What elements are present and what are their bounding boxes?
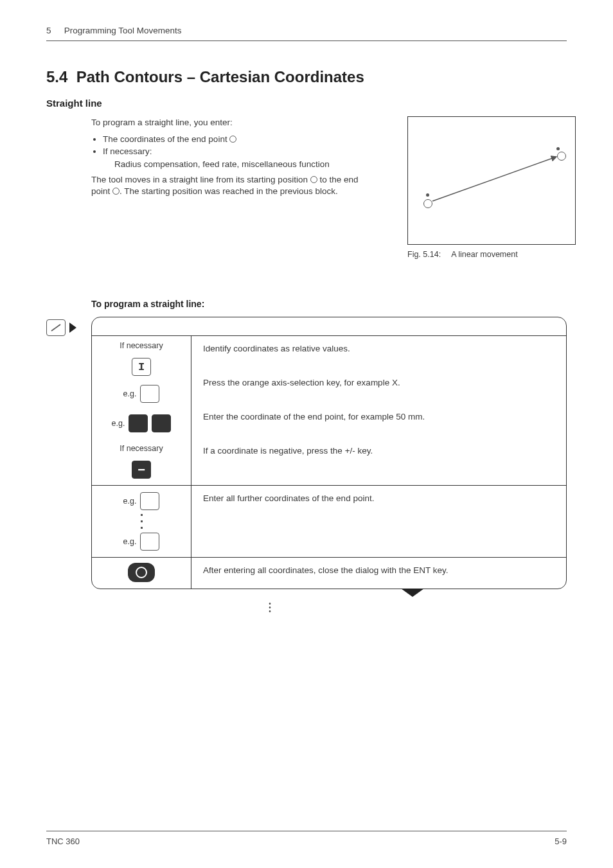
key-I: I [132,358,151,376]
section-title-text: Path Contours – Cartesian Coordinates [76,68,364,85]
figure-linear-movement [407,116,576,245]
numeric-key-a [129,414,148,432]
svg-line-2 [51,324,60,331]
step5-desc: Enter all further coordinates of the end… [191,486,566,557]
step6-desc: After entering all coordinates, close th… [191,558,566,589]
step4-label: If necessary [120,444,163,453]
step5-label-a: e.g. [123,497,137,506]
step4-desc: If a coordinate is negative, press the +… [203,446,373,456]
further-key-a [140,492,159,510]
start-circle-icon [423,199,432,208]
continue-indicator: ••• [258,589,567,614]
step1-label: If necessary [120,341,163,350]
further-key-b [140,533,159,551]
step2-desc: Press the orange axis-selection key, for… [203,378,400,387]
step-header-blank [92,317,566,335]
figure-line-svg [408,117,576,245]
ent-key-icon [128,563,155,582]
endpoint-symbol-icon [229,136,236,143]
program-heading: To program a straight line: [46,299,567,309]
steps-box: If necessary I e.g. e.g. [91,317,567,589]
header-rule [46,40,567,41]
step6-keycol [92,558,191,589]
end-circle-icon [557,152,566,161]
numeric-key-b [152,414,171,432]
step2-label: e.g. [123,389,137,398]
subheading-straight-line: Straight line [46,98,567,109]
down-triangle-icon [401,589,424,597]
figure-caption-text: A linear movement [451,250,518,259]
page-footer: TNC 360 5-9 [46,831,567,846]
step5-label-b: e.g. [123,537,137,546]
step3-desc: Enter the coordinate of the end point, f… [203,412,425,421]
bullet-endpoint: The coordinates of the end point [103,133,393,146]
footer-rule [46,831,567,831]
figure-caption-label: Fig. 5.14: [407,250,441,259]
section-number: 5.4 [46,68,67,85]
axis-key-blank [140,385,159,403]
section-heading: 5.4 Path Contours – Cartesian Coordinate… [46,68,567,86]
lead-keys [46,317,86,336]
vertical-dots-a [141,514,143,529]
intro-text: To program a straight line, you enter: T… [46,116,393,200]
running-head: 5 Programming Tool Movements [46,26,567,35]
plus-minus-key: − [132,461,151,479]
end-dot-icon [556,147,560,150]
figure-wrap: Fig. 5.14: A linear movement [407,116,576,259]
steps1-4-descs: Identify coordinates as relative values.… [191,336,566,485]
bullet-ifnecessary: If necessary: Radius compensation, feed … [103,145,393,170]
step-row-1: If necessary I e.g. e.g. [92,335,566,485]
intro-block: To program a straight line, you enter: T… [46,116,567,259]
line-key-icon [46,319,66,336]
step1-desc: Identify coordinates as relative values. [203,344,350,353]
intro-lead: To program a straight line, you enter: [91,116,393,129]
movement-note: The tool moves in a straight line from i… [91,174,393,197]
footer-right: 5-9 [555,837,567,846]
step5-keycol: e.g. e.g. [92,486,191,557]
play-triangle-icon [69,323,76,333]
svg-line-1 [432,157,556,201]
step1-keycol: If necessary I e.g. e.g. [92,336,191,485]
footer-left: TNC 360 [46,837,80,846]
chapter-title: Programming Tool Movements [64,26,182,35]
start-dot-icon [426,193,429,197]
step-row-6: After entering all coordinates, close th… [92,557,566,589]
chapter-number: 5 [46,26,62,35]
figure-caption: Fig. 5.14: A linear movement [407,250,518,259]
start-symbol-icon [310,176,317,183]
program-sequence: If necessary I e.g. e.g. [46,317,567,614]
end-symbol-icon [112,188,120,195]
vertical-dots-b: ••• [258,602,281,614]
step-row-5: e.g. e.g. Enter all further coordinates … [92,485,566,557]
intro-bullet-list: The coordinates of the end point If nece… [91,133,393,171]
step3-label: e.g. [112,419,125,428]
